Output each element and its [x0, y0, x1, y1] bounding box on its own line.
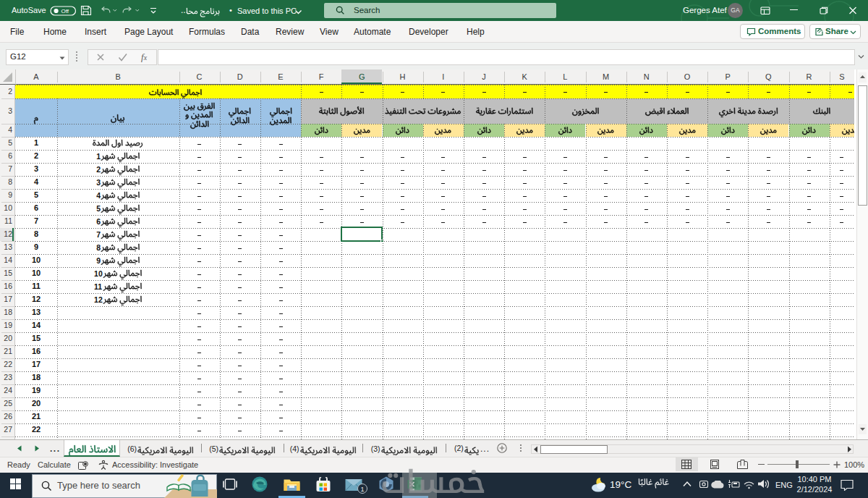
- svg-text:Off: Off: [61, 8, 69, 14]
